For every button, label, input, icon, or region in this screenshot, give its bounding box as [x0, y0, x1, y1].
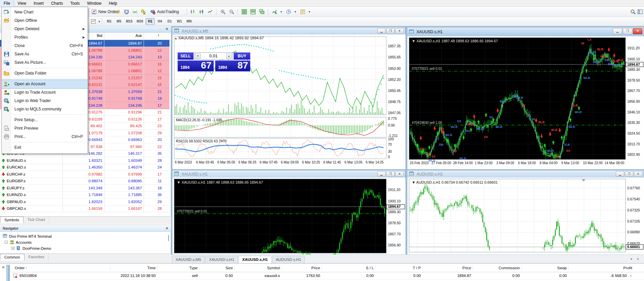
sell-button[interactable]: SELL [178, 52, 194, 60]
file-menu-item-new-chart[interactable]: New Chart [2, 8, 88, 16]
close-position-icon[interactable]: ✕ [630, 274, 632, 278]
file-menu-item-exit[interactable]: Exit [2, 143, 88, 152]
column-header-ask[interactable]: Ask [134, 34, 142, 38]
tab-symbols[interactable]: Symbols [0, 217, 23, 223]
one-click-collapse-icon[interactable]: ▲ [175, 37, 177, 40]
terminal-column-profit[interactable]: Profit [570, 264, 632, 272]
close-button[interactable]: ✕ [634, 171, 642, 177]
chart-window-m5-titlebar[interactable]: XAUUSD.s,M5 ▁❐✕ [172, 28, 405, 35]
minimize-button[interactable]: ▁ [377, 28, 386, 34]
file-menu-item-print-setup[interactable]: Print Setup... [2, 116, 88, 124]
file-menu-item-login-to-web-trader[interactable]: Login to Web Trader [2, 97, 88, 105]
chart-h1b-canvas[interactable]: 1911.201900.101889.301878.501867.701856.… [172, 178, 405, 254]
menu-window[interactable]: Window [84, 0, 105, 7]
chart-window-h1b-titlebar[interactable]: XAUUSD.s,H1 ▁❐✕ [172, 171, 405, 178]
chart-m5-body[interactable]: ▲ XAUUSD.s,M5 1894.15 1895.42 1893.92 18… [172, 35, 405, 169]
chart-tab-xauusd-s-m5[interactable]: XAUUSD.s,M5 [172, 256, 205, 263]
file-menu-item-print[interactable]: Print...Ctrl+P [2, 133, 88, 141]
period-button-h1[interactable]: H1 [146, 18, 155, 25]
buy-button[interactable]: BUY [234, 52, 250, 60]
chart-window-audusd-h1[interactable]: AUDUSD.s,H1 ▁❐✕ 0.677600.675400.673250.6… [407, 170, 644, 254]
gold-bars-button[interactable] [114, 8, 122, 16]
menu-charts[interactable]: Charts [47, 0, 66, 7]
chart-window-h1a-titlebar[interactable]: XAUUSD.s,H1 ▁❐✕ [407, 28, 643, 36]
minimize-button[interactable]: ▁ [377, 171, 386, 177]
tab-tick-chart[interactable]: Tick Chart [23, 217, 49, 223]
chart-h1b-body[interactable]: 1911.201900.101889.301878.501867.701856.… [172, 178, 405, 254]
minimize-button[interactable]: ▁ [613, 28, 622, 34]
menu-file[interactable]: File [0, 0, 14, 7]
file-menu-item-close[interactable]: CloseCtrl+F4 [2, 42, 88, 50]
file-menu-item-profiles[interactable]: Profiles▶ [2, 33, 88, 42]
indicator-dropdown[interactable]: ▼ [279, 8, 282, 16]
file-menu-item-print-preview[interactable]: Print Preview [2, 124, 88, 133]
tab-favorites[interactable]: Favorites [24, 254, 49, 261]
market-watch-row[interactable]: GBPCAD.s1.661591.6618728 [0, 205, 169, 212]
terminal-column-order[interactable]: Order / [15, 264, 109, 272]
tab-common[interactable]: Common [0, 254, 24, 261]
zoom-in-button[interactable] [219, 8, 227, 16]
terminal-column-type[interactable]: Type [159, 264, 198, 272]
chart-shift-dropdown[interactable]: ▼ [97, 17, 100, 26]
period-button-m30[interactable]: M30 [135, 18, 145, 25]
period-button-w1[interactable]: W1 [175, 18, 184, 25]
file-menu-item-save-as[interactable]: Save AsCtrl+S [2, 50, 88, 58]
period-button-h4[interactable]: H4 [155, 18, 164, 25]
period-button-d1[interactable]: D1 [165, 18, 174, 25]
market-watch-row[interactable]: EURGBP.s0.880740.8808511 [0, 178, 169, 185]
restore-button[interactable]: ❐ [625, 171, 633, 177]
market-watch-row[interactable]: GBPAUD.s1.820231.8205229 [0, 198, 169, 205]
chart-window-xauusd-h1-bottom[interactable]: XAUUSD.s,H1 ▁❐✕ 1911.201900.101889.30187… [172, 170, 405, 254]
market-watch-close-icon[interactable]: ✕ [165, 27, 168, 31]
file-menu-item-open-offline[interactable]: Open Offline [2, 16, 88, 25]
templates-button[interactable] [299, 8, 307, 16]
terminal-column-s-l[interactable]: S / L [324, 264, 374, 272]
chart-tab-xauusd-s-h1[interactable]: XAUUSD.s,H1 [205, 256, 238, 263]
period-button-m15[interactable]: M15 [124, 18, 134, 25]
file-menu-item-login-to-mql5-community[interactable]: SLogin to MQL5.community [2, 105, 88, 113]
terminal-column-symbol[interactable]: Symbol [236, 264, 280, 272]
signals-button[interactable] [131, 8, 139, 16]
terminal-column-swap[interactable]: Swap [523, 264, 567, 272]
terminal-column-price[interactable]: Price [424, 264, 471, 272]
column-header-spread[interactable]: ! [154, 34, 162, 38]
sell-price-panel[interactable]: 1894 67 [178, 60, 214, 72]
close-button[interactable]: ✕ [395, 171, 404, 177]
menu-help[interactable]: Help [105, 0, 121, 7]
chart-h1a-body[interactable]: 1911.201900.101889.301878.501867.701856.… [407, 36, 644, 169]
file-menu-item-open-data-folder[interactable]: Open Data Folder [2, 69, 88, 78]
restore-button[interactable]: ❐ [386, 171, 395, 177]
minimize-button[interactable]: ▁ [616, 171, 624, 177]
line-chart-button[interactable] [206, 8, 214, 16]
lot-size-value[interactable]: 0.01 [201, 53, 226, 59]
periods-clock-button[interactable] [285, 8, 293, 16]
zoom-out-button[interactable] [228, 8, 236, 16]
terminal-grip-bar[interactable] [6, 265, 10, 281]
terminal-column-time[interactable]: Time [112, 264, 156, 272]
chart-aud-body[interactable]: 0.677600.675400.673250.671050.668900.666… [407, 178, 644, 254]
menu-view[interactable]: View [14, 0, 30, 7]
tile-horizontal-button[interactable] [249, 8, 257, 16]
panels-button[interactable] [636, 8, 644, 16]
cascade-button[interactable] [258, 8, 266, 16]
menu-insert[interactable]: Insert [30, 0, 47, 7]
chart-aud-canvas[interactable]: 0.677600.675400.673250.671050.668900.666… [407, 178, 644, 254]
terminal-order-row[interactable]: 650198052022.11.18 10:38:50sell1.00xauus… [11, 280, 644, 281]
expert-settings-button[interactable] [139, 8, 148, 16]
close-button[interactable]: ✕ [395, 28, 404, 34]
period-button-m5[interactable]: M5 [114, 18, 123, 25]
close-button[interactable]: ✕ [633, 28, 642, 34]
chart-h1a-canvas[interactable]: 1911.201900.101889.301878.501867.701856.… [407, 36, 644, 169]
terminal-column-t-p[interactable]: T / P [377, 264, 421, 272]
lot-increase-button[interactable]: ▲ [226, 53, 232, 59]
candlestick-button[interactable] [197, 8, 206, 16]
chart-window-xauusd-h1-active[interactable]: XAUUSD.s,H1 ▁❐✕ 1911.201900.101889.30187… [407, 27, 644, 169]
tab-scroll-arrows[interactable]: ◄ ► [630, 257, 641, 261]
terminal-order-row[interactable]: 650198042022.11.18 10:38:50sell0.50xauus… [11, 272, 644, 280]
bar-chart-button[interactable] [189, 8, 197, 16]
periods-dropdown[interactable]: ▼ [293, 8, 296, 16]
navigator-titlebar[interactable]: Navigator✕ [0, 226, 171, 232]
file-menu-item-login-to-trade-account[interactable]: Login to Trade Account [2, 88, 88, 97]
restore-button[interactable]: ❐ [623, 28, 632, 34]
terminal-column-size[interactable]: Size [201, 264, 233, 272]
